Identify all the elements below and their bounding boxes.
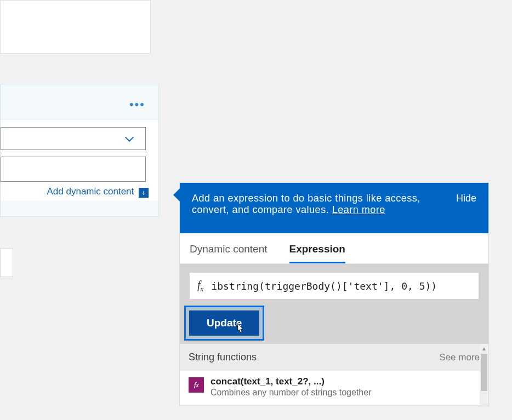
function-group-header: String functions See more [180,344,488,371]
function-item[interactable]: fx concat(text_1, text_2?, ...) Combines… [180,371,488,406]
add-dynamic-content-link[interactable]: Add dynamic content [47,186,134,197]
fx-icon: fx [197,279,203,294]
plus-icon[interactable]: + [139,188,149,198]
update-button-highlight: Update [184,306,264,341]
action-card: ••• Add dynamic content + [0,84,159,217]
card-next-action-fragment [0,249,13,277]
panel-header-copy: Add an expression to do basic things lik… [192,193,420,215]
update-button[interactable]: Update [189,310,259,336]
expression-panel: Add an expression to do basic things lik… [180,183,488,406]
function-list: String functions See more fx concat(text… [180,344,488,406]
add-dynamic-content-row: Add dynamic content + [1,186,151,198]
tab-dynamic-content[interactable]: Dynamic content [190,243,268,263]
expression-text: ibstring(triggerBody()['text'], 0, 5)) [211,280,437,292]
tab-expression[interactable]: Expression [289,243,345,263]
ellipsis-icon[interactable]: ••• [129,97,145,112]
hide-button[interactable]: Hide [456,193,476,204]
panel-tabs: Dynamic content Expression [180,233,488,264]
expression-input[interactable]: fx ibstring(triggerBody()['text'], 0, 5)… [190,273,479,299]
scroll-up-icon[interactable]: ▲ [480,344,488,353]
see-more-link[interactable]: See more [439,352,480,363]
function-item-desc: Combines any number of strings together [211,388,371,398]
expression-editor-area: fx ibstring(triggerBody()['text'], 0, 5)… [180,264,488,344]
scrollbar-thumb[interactable] [481,354,487,391]
card-previous-action [0,0,151,54]
learn-more-link[interactable]: Learn more [332,204,385,215]
left-column: ••• Add dynamic content + [0,0,159,277]
text-input-field[interactable] [1,157,146,182]
scrollbar[interactable]: ▲ [480,344,488,406]
action-card-body: Add dynamic content + [1,119,158,201]
fx-icon: fx [189,377,204,393]
callout-arrow-icon [173,188,180,202]
function-item-text: concat(text_1, text_2?, ...) Combines an… [211,376,371,398]
dropdown-field[interactable] [1,127,146,150]
function-group-label: String functions [189,352,257,363]
function-item-title: concat(text_1, text_2?, ...) [211,376,371,387]
action-card-header: ••• [1,84,158,119]
expression-panel-header: Add an expression to do basic things lik… [180,183,488,233]
panel-header-text: Add an expression to do basic things lik… [192,193,428,216]
chevron-down-icon [123,133,135,147]
